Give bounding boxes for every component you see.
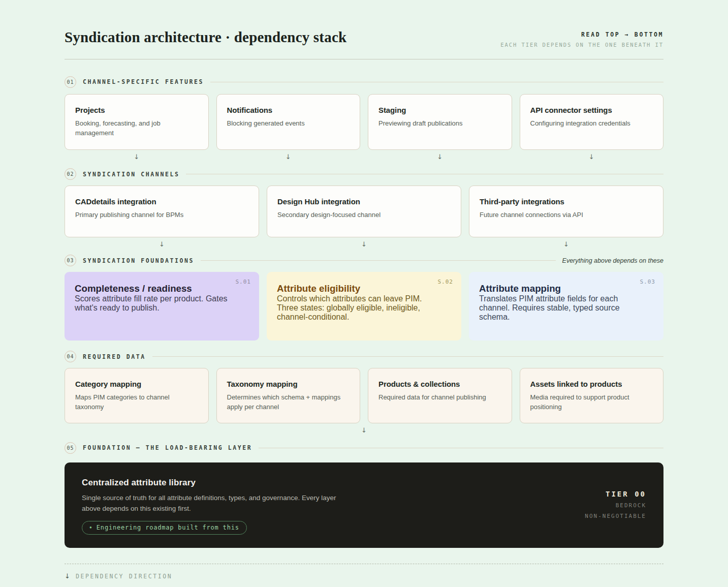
tier-label: TIER 00 (585, 490, 646, 498)
card-staging: Staging Previewing draft publications (368, 94, 512, 150)
card-desc: Booking, forecasting, and job management (75, 119, 198, 138)
section-01-rule (210, 82, 663, 82)
card-desc: Controls which attributes can leave PIM.… (277, 294, 445, 322)
section-05-label: FOUNDATION — THE LOAD-BEARING LAYER (83, 444, 252, 451)
roadmap-badge: ● Engineering roadmap built from this (82, 521, 247, 535)
card-desc: Configuring integration credentials (530, 119, 653, 129)
card-title: CADdetails integration (75, 197, 248, 206)
foundation-left: Centralized attribute library Single sou… (82, 478, 338, 535)
section-01-header: 01 CHANNEL-SPECIFIC FEATURES (65, 76, 663, 88)
tier-sub-bedrock: BEDROCK (585, 502, 646, 509)
tier-01-arrows: ↓ ↓ ↓ ↓ (65, 152, 663, 161)
dashed-separator (65, 564, 663, 564)
tier-02-arrows: ↓ ↓ ↓ (65, 239, 663, 249)
section-03-cards: S.01 Completeness / readiness Scores att… (65, 272, 663, 341)
read-direction-label: READ TOP → BOTTOM (500, 31, 663, 38)
card-projects: Projects Booking, forecasting, and job m… (65, 94, 209, 150)
dependency-direction-footer: ↓ DEPENDENCY DIRECTION (65, 572, 663, 580)
section-01-label: CHANNEL-SPECIFIC FEATURES (83, 78, 204, 85)
down-arrow-icon: ↓ (159, 240, 165, 248)
down-arrow-icon: ↓ (361, 426, 367, 434)
card-desc: Secondary design-focused channel (277, 210, 404, 220)
stack-tag: S.03 (640, 279, 656, 285)
card-desc: Determines which schema + mappings apply… (227, 393, 350, 412)
card-title: API connector settings (530, 106, 653, 114)
section-01-number-badge: 01 (65, 76, 76, 88)
card-desc: Scores attribute fill rate per product. … (75, 294, 242, 313)
card-title: Design Hub integration (277, 197, 451, 206)
stack-tag: S.01 (236, 279, 251, 285)
card-title: Attribute eligibility (277, 283, 451, 294)
footer-label: DEPENDENCY DIRECTION (76, 573, 172, 580)
down-arrow-icon: ↓ (361, 240, 367, 248)
badge-dot-icon: ● (89, 526, 92, 530)
card-desc: Translates PIM attribute fields for each… (479, 294, 647, 322)
section-01-cards: Projects Booking, forecasting, and job m… (65, 94, 663, 150)
down-arrow-icon: ↓ (563, 240, 569, 248)
section-04-cards: Category mapping Maps PIM categories to … (65, 368, 663, 424)
down-arrow-icon: ↓ (134, 153, 139, 161)
card-desc: Primary publishing channel for BPMs (75, 210, 202, 220)
section-02-header: 02 SYNDICATION CHANNELS (65, 168, 663, 180)
down-arrow-icon: ↓ (589, 153, 594, 161)
card-category-mapping: Category mapping Maps PIM categories to … (65, 368, 209, 424)
card-assets-linked-to-products: Assets linked to products Media required… (520, 368, 664, 424)
stack-tag: S.02 (438, 279, 454, 285)
section-04-rule (152, 356, 663, 357)
card-desc: Maps PIM categories to channel taxonomy (75, 393, 198, 412)
read-direction-note: EACH TIER DEPENDS ON THE ONE BENEATH IT (500, 42, 663, 48)
section-04-header: 04 REQUIRED DATA (65, 351, 663, 363)
section-03-note: Everything above depends on these (562, 257, 663, 264)
foundation-title: Centralized attribute library (82, 478, 338, 488)
card-title: Third-party integrations (480, 197, 653, 206)
footer-down-arrow-icon: ↓ (65, 572, 70, 580)
section-03-rule (201, 260, 556, 261)
card-notifications: Notifications Blocking generated events (216, 94, 361, 150)
card-attribute-eligibility: S.02 Attribute eligibility Controls whic… (267, 272, 461, 341)
foundation-right: TIER 00 BEDROCK NON-NEGOTIABLE (585, 478, 646, 535)
section-03-number-badge: 03 (65, 255, 76, 266)
page: Syndication architecture · dependency st… (0, 0, 728, 587)
section-04-number-badge: 04 (65, 351, 76, 362)
card-title: Assets linked to products (530, 380, 653, 388)
section-05-number-badge: 05 (65, 442, 76, 454)
card-caddetails-integration: CADdetails integration Primary publishin… (65, 186, 259, 237)
section-05-header: 05 FOUNDATION — THE LOAD-BEARING LAYER (65, 442, 663, 454)
section-02-label: SYNDICATION CHANNELS (83, 171, 179, 178)
card-title: Notifications (227, 106, 350, 114)
foundation-card: Centralized attribute library Single sou… (65, 462, 663, 548)
tier-sub-nonnegotiable: NON-NEGOTIABLE (585, 513, 646, 519)
card-completeness-readiness: S.01 Completeness / readiness Scores att… (65, 272, 259, 341)
section-02-cards: CADdetails integration Primary publishin… (65, 186, 663, 237)
section-02-rule (186, 174, 663, 174)
card-attribute-mapping: S.03 Attribute mapping Translates PIM at… (469, 272, 663, 341)
section-04-label: REQUIRED DATA (83, 353, 146, 360)
card-api-connector-settings: API connector settings Configuring integ… (520, 94, 664, 150)
card-title: Projects (75, 106, 198, 114)
card-products-collections: Products & collections Required data for… (368, 368, 512, 424)
card-desc: Previewing draft publications (378, 119, 501, 129)
card-title: Attribute mapping (479, 283, 653, 294)
card-title: Category mapping (75, 380, 198, 388)
down-arrow-icon: ↓ (437, 153, 442, 161)
down-arrow-icon: ↓ (286, 153, 291, 161)
card-desc: Media required to support product positi… (530, 393, 653, 412)
card-title: Products & collections (378, 380, 501, 388)
card-title: Staging (378, 106, 501, 114)
card-title: Completeness / readiness (75, 283, 249, 294)
card-design-hub-integration: Design Hub integration Secondary design-… (267, 186, 461, 237)
read-direction-block: READ TOP → BOTTOM EACH TIER DEPENDS ON T… (500, 29, 663, 48)
tier-04-arrow: ↓ (65, 425, 663, 435)
header-divider (65, 59, 663, 59)
section-02-number-badge: 02 (65, 168, 76, 180)
card-desc: Blocking generated events (227, 119, 350, 129)
card-title: Taxonomy mapping (227, 380, 350, 388)
section-05-rule (259, 448, 663, 448)
card-desc: Required data for channel publishing (378, 393, 501, 403)
card-taxonomy-mapping: Taxonomy mapping Determines which schema… (216, 368, 361, 424)
card-third-party-integrations: Third-party integrations Future channel … (469, 186, 663, 237)
card-desc: Future channel connections via API (480, 210, 607, 220)
section-03-header: 03 SYNDICATION FOUNDATIONS Everything ab… (65, 255, 663, 267)
page-title: Syndication architecture · dependency st… (65, 29, 346, 46)
page-header: Syndication architecture · dependency st… (65, 29, 663, 49)
